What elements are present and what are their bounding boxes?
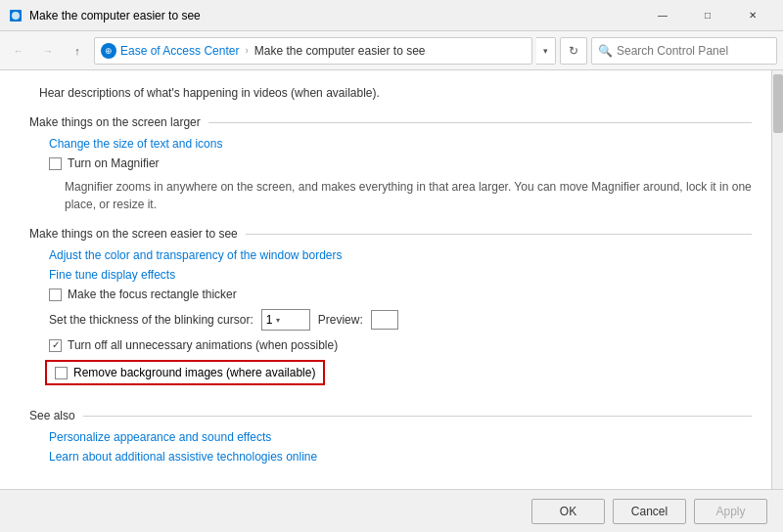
cursor-label: Set the thickness of the blinking cursor… bbox=[49, 313, 253, 327]
content-wrapper: Hear descriptions of what's happening in… bbox=[0, 70, 783, 489]
cursor-thickness-row: Set the thickness of the blinking cursor… bbox=[49, 309, 752, 331]
background-images-label: Remove background images (where availabl… bbox=[73, 366, 315, 379]
cursor-dropdown[interactable]: 1 ▾ bbox=[261, 309, 310, 331]
window-controls: — □ ✕ bbox=[640, 0, 775, 31]
magnifier-description: Magnifier zooms in anywhere on the scree… bbox=[65, 178, 752, 213]
link-assistive-tech[interactable]: Learn about additional assistive technol… bbox=[49, 450, 752, 464]
animations-label: Turn off all unnecessary animations (whe… bbox=[68, 338, 338, 352]
cursor-value: 1 bbox=[266, 313, 273, 327]
animations-checkbox-row: Turn off all unnecessary animations (whe… bbox=[49, 338, 752, 352]
background-images-checkbox[interactable] bbox=[55, 367, 68, 379]
cursor-preview-box bbox=[371, 310, 398, 330]
close-button[interactable]: ✕ bbox=[730, 0, 775, 31]
search-input[interactable] bbox=[617, 44, 770, 58]
magnifier-checkbox[interactable] bbox=[49, 157, 62, 170]
forward-button[interactable]: → bbox=[35, 38, 61, 64]
focus-rect-row: Make the focus rectangle thicker bbox=[49, 288, 752, 301]
link-display-effects[interactable]: Fine tune display effects bbox=[49, 268, 752, 282]
scrollbar-thumb[interactable] bbox=[773, 74, 783, 133]
dropdown-arrow-icon: ▾ bbox=[276, 316, 280, 325]
magnifier-checkbox-row: Turn on Magnifier bbox=[49, 156, 752, 170]
address-bar: ← → ↑ ⊕ Ease of Access Center › Make the… bbox=[0, 31, 783, 70]
section-header-larger: Make things on the screen larger bbox=[29, 115, 752, 129]
svg-point-1 bbox=[12, 12, 20, 20]
ok-button[interactable]: OK bbox=[531, 499, 605, 524]
scrollbar-track[interactable] bbox=[771, 70, 783, 489]
section-divider-3 bbox=[83, 416, 752, 417]
address-dropdown-button[interactable]: ▾ bbox=[536, 37, 556, 65]
back-button[interactable]: ← bbox=[6, 38, 31, 64]
intro-text: Hear descriptions of what's happening in… bbox=[39, 86, 752, 100]
focus-rect-checkbox[interactable] bbox=[49, 288, 62, 301]
section-larger: Make things on the screen larger Change … bbox=[29, 115, 752, 213]
section-divider-2 bbox=[246, 234, 752, 235]
preview-label: Preview: bbox=[318, 313, 363, 327]
apply-button[interactable]: Apply bbox=[694, 499, 767, 524]
focus-rect-label: Make the focus rectangle thicker bbox=[68, 288, 237, 301]
minimize-button[interactable]: — bbox=[640, 0, 685, 31]
address-field[interactable]: ⊕ Ease of Access Center › Make the compu… bbox=[94, 37, 532, 65]
section-divider bbox=[208, 122, 752, 123]
cancel-button[interactable]: Cancel bbox=[613, 499, 686, 524]
bottom-bar: OK Cancel Apply bbox=[0, 489, 783, 532]
link-text-icons[interactable]: Change the size of text and icons bbox=[49, 137, 752, 151]
animations-checkbox[interactable] bbox=[49, 339, 62, 352]
link-personalize[interactable]: Personalize appearance and sound effects bbox=[49, 430, 752, 444]
maximize-button[interactable]: □ bbox=[685, 0, 730, 31]
up-button[interactable]: ↑ bbox=[65, 38, 90, 64]
globe-icon: ⊕ bbox=[101, 43, 116, 59]
section-header-easier: Make things on the screen easier to see bbox=[29, 227, 752, 241]
main-content: Hear descriptions of what's happening in… bbox=[0, 70, 771, 489]
breadcrumb-ease-of-access[interactable]: Ease of Access Center bbox=[120, 44, 239, 58]
breadcrumb-separator: › bbox=[245, 45, 248, 56]
magnifier-label: Turn on Magnifier bbox=[68, 156, 160, 170]
window-title: Make the computer easier to see bbox=[29, 9, 640, 22]
link-color-transparency[interactable]: Adjust the color and transparency of the… bbox=[49, 248, 752, 262]
section-header-see-also: See also bbox=[29, 409, 752, 422]
search-icon: 🔍 bbox=[598, 44, 613, 58]
refresh-button[interactable]: ↻ bbox=[560, 37, 587, 65]
search-box[interactable]: 🔍 bbox=[591, 37, 777, 65]
title-bar: Make the computer easier to see — □ ✕ bbox=[0, 0, 783, 31]
background-images-highlighted-row: Remove background images (where availabl… bbox=[45, 360, 325, 385]
window-icon bbox=[8, 8, 23, 23]
section-see-also: See also Personalize appearance and soun… bbox=[29, 409, 752, 464]
breadcrumb-current: Make the computer easier to see bbox=[254, 44, 426, 58]
section-easier: Make things on the screen easier to see … bbox=[29, 227, 752, 395]
